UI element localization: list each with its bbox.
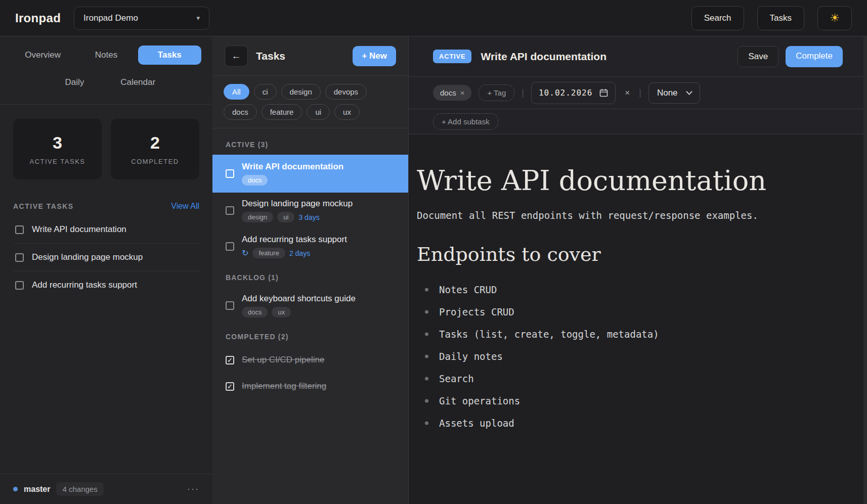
due-label: 3 days (298, 213, 319, 221)
task-checkbox[interactable] (226, 242, 234, 251)
complete-button[interactable]: Complete (786, 46, 843, 67)
stat-label: COMPLETED (131, 158, 179, 165)
theme-toggle-button[interactable]: ☀ (817, 6, 852, 30)
document-area[interactable]: Write API documentation Document all RES… (409, 134, 867, 504)
add-subtask-button[interactable]: + Add subtask (433, 113, 498, 130)
section-label: BACKLOG (1) (212, 264, 408, 288)
project-selector[interactable]: Ironpad Demo ▾ (74, 7, 209, 30)
filter-chip-all[interactable]: All (224, 84, 249, 100)
sidebar-footer: master 4 changes ··· (0, 474, 212, 504)
save-button[interactable]: Save (738, 46, 778, 67)
sidebar-tab-notes[interactable]: Notes (74, 45, 138, 65)
task-title: Add recurring tasks support (242, 235, 347, 245)
sidebar-tab-overview[interactable]: Overview (11, 45, 74, 65)
sidebar-task-item[interactable]: Add recurring tasks support (13, 271, 199, 299)
task-main: Write API documentationdocs (242, 162, 343, 186)
sidebar-nav-tabs: OverviewNotesTasksDailyCalendar (0, 36, 212, 105)
stats-cards: 3ACTIVE TASKS2COMPLETED (0, 105, 212, 194)
search-button[interactable]: Search (691, 6, 744, 30)
separator: | (522, 87, 524, 98)
task-checkbox[interactable] (15, 281, 24, 290)
sidebar-tab-calendar[interactable]: Calendar (106, 73, 169, 92)
filter-chip-devops[interactable]: devops (325, 84, 367, 100)
task-checkbox[interactable] (226, 301, 234, 310)
task-label: Design landing page mockup (32, 252, 143, 262)
task-row[interactable]: Write API documentationdocs (212, 155, 408, 193)
tag-docs[interactable]: docs × (433, 85, 471, 101)
changes-badge[interactable]: 4 changes (56, 482, 103, 496)
add-tag-button[interactable]: + Tag (479, 84, 514, 101)
task-row[interactable]: ✓Set up CI/CD pipeline (212, 347, 408, 373)
new-task-button[interactable]: + New (353, 46, 396, 66)
task-meta: docs (242, 175, 343, 186)
tag-pill-docs: docs (242, 307, 268, 317)
document-bullet-item: Notes CRUD (417, 279, 847, 301)
task-row[interactable]: ✓Implement tag filtering (212, 373, 408, 399)
recurring-icon: ↻ (242, 248, 248, 258)
branch-name[interactable]: master (24, 485, 50, 494)
tag-pill-ux: ux (272, 307, 291, 317)
task-meta: ↻feature2 days (242, 248, 347, 258)
filter-chip-ux[interactable]: ux (334, 104, 360, 120)
due-date-field[interactable]: 10.02.2026 (531, 82, 616, 104)
document-bullet-item: Projects CRUD (417, 301, 847, 323)
back-arrow-icon: ← (232, 51, 241, 62)
task-checkbox[interactable] (226, 169, 234, 178)
task-meta: designui3 days (242, 212, 353, 222)
filter-chip-ui[interactable]: ui (307, 104, 330, 120)
stat-value: 3 (53, 133, 62, 153)
app-logo: Ironpad (15, 11, 61, 25)
sun-icon: ☀ (830, 12, 840, 25)
task-row[interactable]: Design landing page mockupdesignui3 days (212, 193, 408, 228)
stat-label: ACTIVE TASKS (30, 158, 85, 165)
filter-chip-design[interactable]: design (281, 84, 321, 100)
task-main: Design landing page mockupdesignui3 days (242, 199, 353, 222)
view-all-link[interactable]: View All (171, 202, 199, 211)
document-bullet-item: Git operations (417, 390, 847, 412)
tag-pill-docs: docs (242, 175, 268, 186)
clear-date-icon[interactable]: × (623, 88, 632, 98)
scrollbar[interactable] (863, 36, 867, 504)
remove-tag-icon[interactable]: × (460, 88, 465, 97)
ellipsis-menu-icon[interactable]: ··· (187, 484, 199, 494)
due-label: 2 days (289, 249, 310, 257)
task-checkbox[interactable] (15, 253, 24, 262)
tag-pill-ui: ui (277, 212, 294, 222)
caret-down-icon: ▾ (197, 14, 200, 22)
document-bullet-item: Daily notes (417, 345, 847, 368)
sidebar-tab-daily[interactable]: Daily (43, 73, 106, 92)
sidebar-tab-tasks[interactable]: Tasks (138, 45, 201, 65)
task-checkbox[interactable]: ✓ (226, 382, 234, 391)
task-checkbox[interactable] (226, 206, 234, 215)
chevron-down-icon (686, 88, 692, 95)
sidebar-task-item[interactable]: Write API documentation (13, 216, 199, 244)
document-bullet-item: Tasks (list, create, toggle, metadata) (417, 323, 847, 345)
filter-chip-ci[interactable]: ci (254, 84, 277, 100)
task-checkbox[interactable]: ✓ (226, 356, 234, 364)
section-label: COMPLETED (2) (212, 324, 408, 347)
branch-dot-icon (13, 487, 18, 491)
active-tasks-header: ACTIVE TASKS View All (13, 202, 199, 211)
document-bullet-item: Assets upload (417, 412, 847, 434)
priority-value: None (657, 88, 678, 98)
task-row[interactable]: Add keyboard shortcuts guidedocsux (212, 288, 408, 324)
sidebar-task-item[interactable]: Design landing page mockup (13, 244, 199, 271)
task-checkbox[interactable] (15, 225, 24, 234)
active-tasks-list: Write API documentationDesign landing pa… (13, 216, 199, 299)
back-button[interactable]: ← (225, 45, 248, 67)
due-date-value: 10.02.2026 (539, 88, 592, 98)
task-title: Write API documentation (242, 162, 343, 172)
active-tasks-section: ACTIVE TASKS View All Write API document… (0, 194, 212, 299)
filter-chip-feature[interactable]: feature (262, 104, 302, 120)
stat-card: 2COMPLETED (111, 119, 199, 179)
filter-chip-docs[interactable]: docs (224, 104, 257, 120)
task-list: ACTIVE (3)Write API documentationdocsDes… (212, 128, 408, 504)
tag-pill-feature: feature (252, 248, 285, 258)
main-layout: OverviewNotesTasksDailyCalendar 3ACTIVE … (0, 36, 867, 504)
document-bullet-list: Notes CRUDProjects CRUDTasks (list, crea… (417, 279, 847, 434)
task-row[interactable]: Add recurring tasks support↻feature2 day… (212, 228, 408, 264)
subtask-row: + Add subtask (409, 109, 867, 134)
tasks-button[interactable]: Tasks (757, 6, 804, 30)
status-badge: ACTIVE (433, 50, 471, 63)
priority-select[interactable]: None (648, 82, 700, 104)
